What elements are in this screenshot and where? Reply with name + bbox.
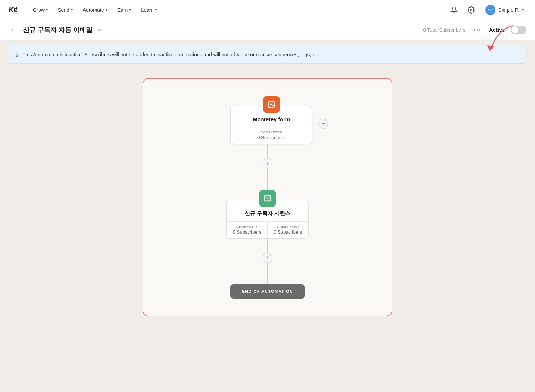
node2-title: 신규 구독자 시퀀스 <box>233 210 302 217</box>
nav-label-grow: Grow <box>33 7 45 13</box>
nav-label-send: Send <box>58 7 70 13</box>
node2-icon-wrap <box>259 190 276 207</box>
subheader-left: ← 신규 구독자 자동 이메일 ✏ <box>9 25 102 35</box>
connector-line <box>268 263 268 284</box>
add-step-button-2[interactable]: + <box>263 253 272 263</box>
active-toggle[interactable] <box>511 26 526 34</box>
node2-stat1-label: CURRENTLY <box>230 225 265 229</box>
chevron-down-icon: ▾ <box>46 8 48 12</box>
subheader: ← 신규 구독자 자동 이메일 ✏ 0 Total Subscribers Ac… <box>0 20 535 40</box>
active-label: Active <box>489 27 505 33</box>
subscriber-count: 0 Total Subscribers <box>423 27 465 33</box>
node2-stat2-value: 0 Subscribers <box>271 229 306 235</box>
node1-icon-wrap <box>263 96 280 113</box>
dot-icon <box>479 29 480 31</box>
user-chevron-icon: ▾ <box>522 8 524 12</box>
navbar: Kit Grow ▾ Send ▾ Automate ▾ Earn ▾ Lear… <box>0 0 535 20</box>
node2-stat1: CURRENTLY 0 Subscribers <box>227 222 268 238</box>
node1-icon <box>263 96 280 113</box>
info-icon: ℹ <box>16 51 18 58</box>
node1-title: Monterey form <box>236 116 306 122</box>
node2-stats: CURRENTLY 0 Subscribers COMPLETED 0 Subs… <box>227 222 308 238</box>
user-name: Simple P. <box>498 7 519 13</box>
node1-stat: COMPLETED 0 Subscribers <box>231 127 312 144</box>
add-step-button-1[interactable]: + <box>263 158 272 168</box>
node2-stat1-value: 0 Subscribers <box>230 229 265 235</box>
settings-icon <box>468 6 475 14</box>
end-of-automation-node[interactable]: END OF AUTOMATION <box>230 284 304 299</box>
logo[interactable]: Kit <box>9 6 17 14</box>
node1-stat-label: COMPLETED <box>234 131 309 134</box>
node2-container: 신규 구독자 시퀀스 CURRENTLY 0 Subscribers COMPL… <box>203 190 332 239</box>
node2-row: 신규 구독자 시퀀스 CURRENTLY 0 Subscribers COMPL… <box>203 190 332 239</box>
node1-container: Monterey form COMPLETED 0 Subscribers + <box>207 96 328 144</box>
chevron-down-icon: ▾ <box>129 8 131 12</box>
nav-item-learn[interactable]: Learn ▾ <box>137 5 161 15</box>
toggle-knob <box>511 26 519 34</box>
connector2: + <box>263 239 272 284</box>
nav-item-automate[interactable]: Automate ▾ <box>78 5 112 15</box>
nav-label-automate: Automate <box>83 7 104 13</box>
main-content: Monterey form COMPLETED 0 Subscribers + <box>0 70 535 325</box>
settings-button[interactable] <box>465 4 477 16</box>
nav-item-earn[interactable]: Earn ▾ <box>113 5 136 15</box>
node1-row: Monterey form COMPLETED 0 Subscribers + <box>207 96 328 144</box>
more-options-button[interactable] <box>471 28 483 32</box>
nav-label-earn: Earn <box>117 7 128 13</box>
node1-stat-value: 0 Subscribers <box>234 135 309 140</box>
subheader-right: 0 Total Subscribers Active <box>423 26 526 34</box>
node2-icon <box>259 190 276 207</box>
connector1: + <box>263 144 272 190</box>
back-button[interactable]: ← <box>9 25 19 35</box>
nav-label-learn: Learn <box>141 7 154 13</box>
dot-icon <box>477 29 478 31</box>
chevron-down-icon: ▾ <box>155 8 157 12</box>
info-banner-text: This Automation is inactive. Subscribers… <box>22 51 321 58</box>
chevron-down-icon: ▾ <box>71 8 73 12</box>
node2-stat2-label: COMPLETED <box>271 225 306 229</box>
info-banner: ℹ This Automation is inactive. Subscribe… <box>9 46 526 64</box>
page-title: 신규 구독자 자동 이메일 <box>23 26 92 34</box>
email-icon <box>264 194 271 202</box>
user-menu-button[interactable]: SP Simple P. ▾ <box>483 4 526 16</box>
automation-canvas: Monterey form COMPLETED 0 Subscribers + <box>143 78 392 316</box>
form-icon <box>268 101 275 108</box>
node1-stats: COMPLETED 0 Subscribers <box>231 127 312 144</box>
notification-button[interactable] <box>448 4 460 16</box>
nav-item-grow[interactable]: Grow ▾ <box>29 5 52 15</box>
svg-point-0 <box>470 9 472 11</box>
node1-side-add-button[interactable]: + <box>318 119 328 129</box>
navbar-right: SP Simple P. ▾ <box>448 4 526 16</box>
connector-line <box>268 144 268 158</box>
nav-item-send[interactable]: Send ▾ <box>54 5 77 15</box>
node2-stat2: COMPLETED 0 Subscribers <box>268 222 309 238</box>
avatar: SP <box>485 5 495 15</box>
connector-line <box>268 239 268 253</box>
edit-icon[interactable]: ✏ <box>98 27 102 33</box>
chevron-down-icon: ▾ <box>106 8 107 12</box>
connector-line <box>268 168 268 190</box>
dot-icon <box>474 29 475 31</box>
nav-items: Grow ▾ Send ▾ Automate ▾ Earn ▾ Learn ▾ <box>29 5 448 15</box>
bell-icon <box>450 6 458 14</box>
